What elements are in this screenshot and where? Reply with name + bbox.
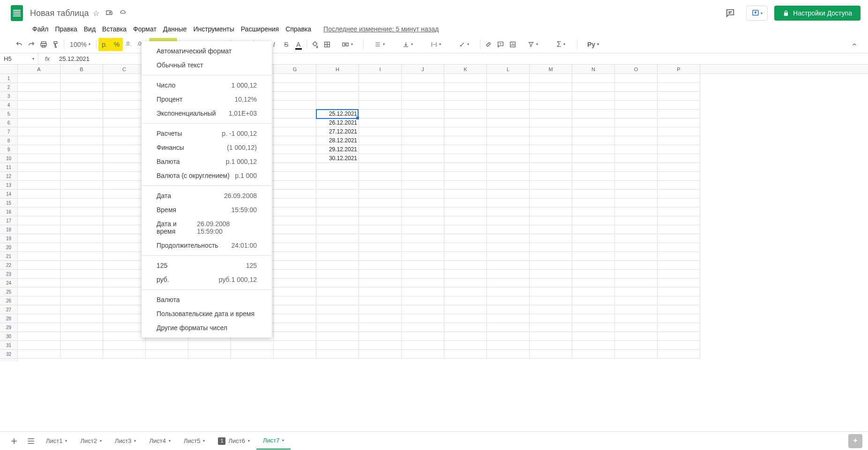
cell[interactable] <box>444 181 487 190</box>
sheet-tab[interactable]: Лист5▾ <box>177 433 211 450</box>
cell[interactable] <box>103 92 146 101</box>
cell[interactable] <box>60 261 103 270</box>
cell[interactable] <box>444 101 487 110</box>
cell[interactable] <box>444 145 487 154</box>
cell[interactable] <box>658 270 700 279</box>
cell[interactable] <box>402 225 444 234</box>
halign-button[interactable]: ▾ <box>366 38 394 51</box>
row-header[interactable]: 30 <box>0 332 17 341</box>
sheet-tab[interactable]: Лист1▾ <box>39 433 74 450</box>
cell[interactable] <box>18 332 60 341</box>
decrease-decimal-button[interactable]: .0← <box>123 38 135 51</box>
cell[interactable] <box>615 279 658 288</box>
cell[interactable] <box>274 145 316 154</box>
document-title[interactable]: Новая таблица <box>30 8 89 18</box>
cell[interactable] <box>487 190 530 199</box>
cell[interactable] <box>231 341 274 350</box>
cell[interactable] <box>572 305 615 314</box>
row-header[interactable]: 16 <box>0 207 17 216</box>
cell[interactable] <box>359 163 402 172</box>
cell[interactable] <box>146 350 188 359</box>
row-header[interactable]: 22 <box>0 261 17 270</box>
cell[interactable] <box>103 127 146 136</box>
cell[interactable] <box>316 314 359 323</box>
cell[interactable] <box>103 207 146 216</box>
format-menu-item[interactable]: Финансы(1 000,12) <box>142 140 272 155</box>
row-header[interactable]: 12 <box>0 172 17 181</box>
cell[interactable] <box>359 92 402 101</box>
cell[interactable] <box>658 145 700 154</box>
cell[interactable] <box>103 163 146 172</box>
cell[interactable] <box>444 216 487 225</box>
column-header[interactable]: I <box>359 65 402 74</box>
cell[interactable] <box>103 154 146 163</box>
cell[interactable] <box>103 305 146 314</box>
cell[interactable] <box>274 181 316 190</box>
cell[interactable] <box>103 288 146 296</box>
cell[interactable] <box>658 172 700 181</box>
cell[interactable] <box>274 296 316 305</box>
cell[interactable] <box>615 74 658 83</box>
cell[interactable] <box>359 207 402 216</box>
cell[interactable] <box>487 279 530 288</box>
cell[interactable] <box>60 163 103 172</box>
cell[interactable] <box>359 234 402 243</box>
cell[interactable] <box>530 234 572 243</box>
cell[interactable] <box>274 341 316 350</box>
print-button[interactable] <box>37 38 50 51</box>
cell[interactable] <box>60 190 103 199</box>
cell[interactable] <box>615 101 658 110</box>
cell[interactable] <box>487 243 530 252</box>
cell[interactable] <box>658 83 700 92</box>
cell[interactable] <box>530 181 572 190</box>
cell[interactable] <box>658 199 700 207</box>
cell[interactable] <box>572 216 615 225</box>
cell[interactable] <box>487 145 530 154</box>
cell[interactable] <box>530 341 572 350</box>
percent-button[interactable]: % <box>111 38 123 51</box>
cell[interactable] <box>18 127 60 136</box>
cell[interactable] <box>530 243 572 252</box>
cell[interactable] <box>444 225 487 234</box>
cell[interactable] <box>530 163 572 172</box>
cell[interactable] <box>402 74 444 83</box>
cell[interactable] <box>487 136 530 145</box>
cell[interactable] <box>274 216 316 225</box>
format-menu-item[interactable]: Время15:59:00 <box>142 203 272 217</box>
row-header[interactable]: 7 <box>0 127 17 136</box>
column-header[interactable]: O <box>615 65 658 74</box>
cell[interactable] <box>530 261 572 270</box>
column-header[interactable]: H <box>316 65 359 74</box>
share-button[interactable]: Настройки Доступа <box>774 6 861 21</box>
cell[interactable] <box>444 154 487 163</box>
column-header[interactable]: P <box>658 65 700 74</box>
cell[interactable] <box>60 252 103 261</box>
cell[interactable] <box>530 270 572 279</box>
cell[interactable] <box>530 225 572 234</box>
cell[interactable] <box>487 181 530 190</box>
cell[interactable] <box>402 127 444 136</box>
cell[interactable] <box>18 145 60 154</box>
cell[interactable] <box>572 279 615 288</box>
cell[interactable] <box>658 350 700 359</box>
cell[interactable] <box>658 127 700 136</box>
cell[interactable] <box>615 92 658 101</box>
cell[interactable] <box>402 305 444 314</box>
cell[interactable] <box>316 341 359 350</box>
format-menu-item[interactable]: 125125 <box>142 258 272 273</box>
cell[interactable] <box>18 101 60 110</box>
cell[interactable] <box>60 74 103 83</box>
cell[interactable] <box>316 305 359 314</box>
cell[interactable] <box>316 92 359 101</box>
cell[interactable] <box>444 341 487 350</box>
cell[interactable] <box>658 110 700 118</box>
cell[interactable] <box>18 341 60 350</box>
cell[interactable] <box>530 207 572 216</box>
cell[interactable] <box>402 110 444 118</box>
cell[interactable] <box>402 341 444 350</box>
add-sheet-button[interactable] <box>6 433 22 450</box>
cell[interactable] <box>530 145 572 154</box>
cell[interactable] <box>103 332 146 341</box>
cell[interactable] <box>444 234 487 243</box>
cell[interactable] <box>444 270 487 279</box>
